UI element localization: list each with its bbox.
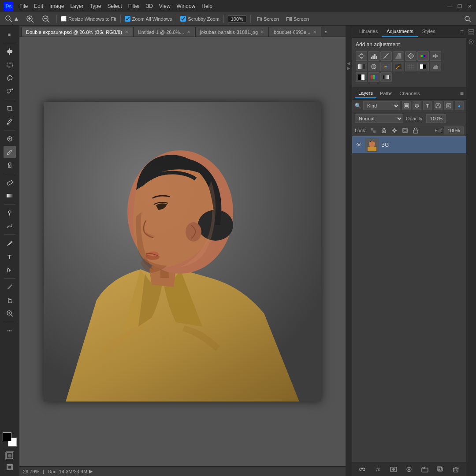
filter-kind-select[interactable]: Kind (363, 101, 400, 110)
new-layer-button[interactable] (435, 465, 445, 474)
tab-close-double-exposure[interactable]: ✕ (125, 30, 128, 34)
adj-exposure-button[interactable] (393, 51, 404, 61)
zoom-out-button[interactable] (39, 14, 52, 24)
adj-gradientmap-button[interactable] (380, 72, 392, 82)
filter-smart-button[interactable] (444, 101, 453, 110)
layers-menu-icon[interactable]: ≡ (460, 90, 464, 97)
eraser-tool-button[interactable] (4, 176, 16, 189)
layer-item-bg[interactable]: 👁 BG (352, 136, 466, 154)
zoom-tool-button-sidebar[interactable] (4, 307, 16, 320)
tab-adjustments[interactable]: Adjustments (382, 27, 418, 37)
tab-bouquet[interactable]: bouquet-6693e... ✕ (269, 27, 321, 37)
fill-screen-button[interactable]: Fill Screen (284, 15, 311, 22)
menu-filter[interactable]: Filter (128, 3, 140, 9)
pen-tool-button[interactable] (4, 237, 16, 249)
lock-position-button[interactable] (390, 126, 399, 134)
adj-colorbalance-button[interactable] (430, 51, 441, 61)
layer-visibility-eye[interactable]: 👁 (355, 141, 363, 149)
zoom-level-input[interactable] (228, 15, 246, 22)
opacity-input[interactable] (426, 114, 446, 123)
eyedropper-tool-button[interactable] (4, 115, 16, 128)
dodge-tool-button[interactable] (4, 207, 16, 219)
link-layers-button[interactable] (358, 465, 368, 474)
adj-vibrance-button[interactable] (405, 51, 416, 61)
move-tool-button[interactable] (4, 45, 16, 58)
menu-image[interactable]: Image (49, 3, 64, 9)
adj-brightness-button[interactable] (356, 51, 367, 61)
brush-tool-button[interactable] (4, 146, 16, 158)
tab-channels[interactable]: Channels (396, 89, 423, 98)
menu-select[interactable]: Select (107, 3, 122, 9)
color-swatches[interactable] (3, 432, 17, 446)
adj-invert-button[interactable] (417, 62, 429, 71)
path-selection-button[interactable] (4, 264, 16, 276)
tab-double-exposure[interactable]: Double exposure.psd @ 26.8% (BG, RGB/8) … (21, 27, 133, 37)
lock-image-button[interactable] (379, 126, 388, 134)
extra-tools-button[interactable]: ••• (4, 324, 16, 337)
adj-huesat-button[interactable] (417, 51, 429, 61)
adj-posterize-button[interactable] (405, 62, 416, 71)
line-tool-button[interactable] (4, 281, 16, 293)
adj-selectivecolor-button[interactable] (368, 72, 379, 82)
status-arrow[interactable]: ▶ (89, 469, 93, 474)
adj-threshold-button[interactable] (356, 72, 367, 82)
lock-artboard-button[interactable] (401, 126, 409, 134)
filter-vector-button[interactable] (434, 101, 443, 110)
healing-brush-button[interactable] (4, 133, 16, 145)
foreground-color-swatch[interactable] (3, 432, 11, 441)
close-button[interactable]: ✕ (466, 3, 472, 9)
marquee-tool-button[interactable] (4, 59, 16, 71)
lasso-tool-button[interactable] (4, 72, 16, 84)
fx-button[interactable]: fx (373, 465, 383, 474)
restore-button[interactable]: ❐ (457, 3, 463, 9)
panel-collapse-button[interactable]: ◀▶ (346, 26, 352, 476)
menu-help[interactable]: Help (201, 3, 212, 9)
menu-3d[interactable]: 3D (146, 3, 152, 9)
crop-tool-button[interactable] (4, 102, 16, 115)
tab-close-jokubas[interactable]: ✕ (260, 30, 264, 34)
adj-levels-button[interactable] (368, 51, 379, 61)
gradient-tool-button[interactable] (4, 190, 16, 202)
menu-edit[interactable]: Edit (34, 3, 43, 9)
adj-channelmixer-button[interactable] (380, 62, 392, 71)
more-tabs-button[interactable]: » (321, 27, 331, 37)
tab-styles[interactable]: Styles (418, 27, 440, 37)
tab-untitled[interactable]: Untitled-1 @ 26.8%... ✕ (133, 27, 195, 37)
tab-close-untitled[interactable]: ✕ (187, 30, 190, 34)
resize-windows-check[interactable]: Resize Windows to Fit (61, 16, 116, 22)
new-group-button[interactable] (420, 465, 430, 474)
tab-layers[interactable]: Layers (355, 89, 376, 98)
blend-mode-select[interactable]: Normal (355, 114, 403, 123)
fill-input[interactable] (444, 126, 464, 134)
scrubby-zoom-check[interactable]: Scrubby Zoom (180, 16, 219, 22)
zoom-in-button[interactable] (23, 14, 37, 24)
menu-view[interactable]: View (159, 3, 171, 9)
menu-file[interactable]: File (19, 3, 28, 9)
side-icon-layers[interactable] (467, 28, 475, 36)
add-adjustment-bottom-button[interactable] (404, 465, 414, 474)
minimize-button[interactable]: — (447, 3, 453, 9)
panel-toggle-button[interactable]: ≡ (4, 28, 16, 41)
hand-tool-button[interactable] (4, 294, 16, 306)
menu-layer[interactable]: Layer (70, 3, 83, 9)
lock-all-button[interactable] (411, 126, 420, 134)
delete-layer-button[interactable] (451, 465, 461, 474)
tab-close-bouquet[interactable]: ✕ (313, 30, 316, 34)
quick-select-tool-button[interactable] (4, 85, 16, 97)
filter-text-button[interactable]: T (423, 101, 432, 110)
add-mask-button[interactable] (389, 465, 398, 474)
filter-active-button[interactable]: ● (455, 101, 464, 110)
clone-stamp-button[interactable] (4, 159, 16, 171)
tab-libraries[interactable]: Libraries (355, 27, 382, 37)
filter-adj-button[interactable] (413, 101, 421, 110)
smudge-tool-button[interactable] (4, 220, 16, 232)
side-icon-properties[interactable] (467, 38, 475, 46)
panel-menu-icon[interactable]: ≡ (460, 28, 464, 35)
menu-window[interactable]: Window (177, 3, 196, 9)
adj-posterize2-button[interactable] (430, 62, 441, 71)
screen-mode-button[interactable] (4, 461, 16, 473)
tab-paths[interactable]: Paths (376, 89, 396, 98)
text-tool-button[interactable]: T (4, 250, 16, 263)
adj-colorlookup-button[interactable] (393, 62, 404, 71)
zoom-tool-button[interactable] (3, 14, 21, 24)
